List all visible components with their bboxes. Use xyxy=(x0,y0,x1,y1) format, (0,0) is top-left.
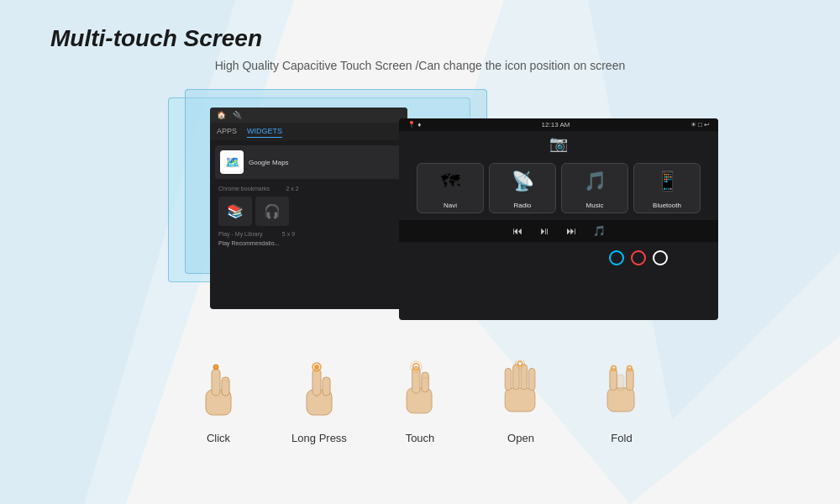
camera-icon: 📷 xyxy=(399,131,718,156)
app-info-maps: Google Maps xyxy=(249,159,397,166)
circle-blue xyxy=(609,250,624,265)
usb-icon: 🔌 xyxy=(233,111,242,119)
screen-tabs: APPS WIDGETS xyxy=(210,123,407,140)
long-press-label: Long Press xyxy=(291,432,347,444)
gesture-click: Click xyxy=(189,358,248,444)
radio-label: Radio xyxy=(514,202,532,209)
tab-widgets[interactable]: WIDGETS xyxy=(247,125,282,138)
media-controls-bar: ⏮ ⏯ ⏭ 🎵 xyxy=(399,220,718,242)
svg-rect-20 xyxy=(505,387,535,411)
music-image: 🎵 xyxy=(562,164,627,199)
nav-app-music[interactable]: 🎵 Music xyxy=(561,163,628,213)
maps-icon: 🗺️ xyxy=(220,150,244,174)
header-icons: ☀ □ ↩ xyxy=(690,121,710,129)
tab-apps[interactable]: APPS xyxy=(217,125,237,138)
navi-label: Navi xyxy=(444,202,457,209)
bluetooth-image: 📱 xyxy=(634,164,700,199)
prev-btn[interactable]: ⏮ xyxy=(512,225,522,237)
gps-icon: 📍 ♦ xyxy=(407,121,421,129)
right-screen: 📍 ♦ 12:13 AM ☀ □ ↩ 📷 🗺 Navi 📡 Radio 🎵 Mu… xyxy=(399,118,718,320)
media-card-books: 📚 xyxy=(218,197,252,226)
open-icon xyxy=(491,358,550,425)
circle-indicators xyxy=(609,250,668,265)
svg-rect-27 xyxy=(607,387,634,411)
open-label: Open xyxy=(507,432,534,444)
svg-rect-28 xyxy=(610,368,617,390)
screen-area: 🏠 🔌 APPS WIDGETS 🗺️ Google Maps Chrome b… xyxy=(50,89,790,341)
touch-label: Touch xyxy=(406,432,435,444)
fold-icon xyxy=(592,358,651,425)
media-card-headphones: 🎧 xyxy=(255,197,289,226)
play-recommendation-label: Play Recommendatio... xyxy=(215,239,402,248)
app-name-maps: Google Maps xyxy=(249,159,397,166)
nav-app-navi[interactable]: 🗺 Navi xyxy=(417,163,484,213)
left-screen-header: 🏠 🔌 xyxy=(210,108,407,123)
click-label: Click xyxy=(207,432,230,444)
music-btn[interactable]: 🎵 xyxy=(593,225,606,237)
media-row: 📚 🎧 xyxy=(215,193,402,229)
svg-rect-17 xyxy=(422,377,428,391)
svg-rect-29 xyxy=(627,368,633,390)
gesture-touch: Touch xyxy=(391,358,449,444)
circle-red xyxy=(631,250,646,265)
svg-rect-21 xyxy=(505,368,512,390)
touch-icon xyxy=(391,358,449,425)
nav-apps-row: 🗺 Navi 📡 Radio 🎵 Music 📱 Bluetooth xyxy=(399,156,718,217)
circle-white xyxy=(653,250,668,265)
svg-rect-5 xyxy=(212,369,220,396)
navi-image: 🗺 xyxy=(417,164,483,199)
music-label: Music xyxy=(586,202,604,209)
next-btn[interactable]: ⏭ xyxy=(566,225,576,237)
play-btn[interactable]: ⏯ xyxy=(539,225,549,237)
nav-app-bluetooth[interactable]: 📱 Bluetooth xyxy=(633,163,701,213)
gesture-long-press: Long Press xyxy=(290,358,349,444)
gesture-open: Open xyxy=(491,358,550,444)
gestures-row: Click Long Press xyxy=(50,358,790,444)
chrome-bookmarks-label: Chrome bookmarks 2 x 2 xyxy=(215,184,402,193)
left-screen: 🏠 🔌 APPS WIDGETS 🗺️ Google Maps Chrome b… xyxy=(210,108,407,309)
svg-point-8 xyxy=(213,365,218,370)
nav-app-radio[interactable]: 📡 Radio xyxy=(489,163,556,213)
page-content: Multi-touch Screen High Quality Capaciti… xyxy=(0,0,840,461)
svg-point-25 xyxy=(517,360,522,365)
svg-rect-10 xyxy=(312,369,321,396)
click-icon xyxy=(189,358,248,425)
long-press-icon xyxy=(290,358,349,425)
svg-rect-7 xyxy=(222,381,229,396)
home-icon: 🏠 xyxy=(217,111,226,119)
time-display: 12:13 AM xyxy=(542,121,570,129)
fold-label: Fold xyxy=(611,432,632,444)
page-title: Multi-touch Screen xyxy=(50,25,790,52)
svg-rect-30 xyxy=(617,374,623,390)
gesture-fold: Fold xyxy=(592,358,651,444)
play-library-label: Play - My Library 5 x 9 xyxy=(215,229,402,239)
radio-image: 📡 xyxy=(490,164,555,199)
svg-rect-11 xyxy=(323,377,330,396)
page-subtitle: High Quality Capacitive Touch Screen /Ca… xyxy=(50,59,790,72)
right-screen-header: 📍 ♦ 12:13 AM ☀ □ ↩ xyxy=(399,118,718,131)
svg-rect-24 xyxy=(528,368,535,390)
bluetooth-label: Bluetooth xyxy=(653,202,681,209)
svg-point-13 xyxy=(314,365,319,370)
left-screen-content: 🗺️ Google Maps Chrome bookmarks 2 x 2 📚 … xyxy=(210,140,407,253)
app-card-maps: 🗺️ Google Maps xyxy=(215,145,402,179)
svg-rect-15 xyxy=(412,366,420,393)
